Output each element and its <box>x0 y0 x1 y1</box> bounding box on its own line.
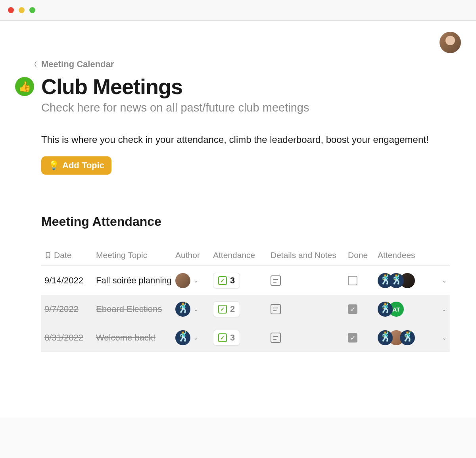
checkmark-icon: ✓ <box>218 305 227 314</box>
checkbox-unchecked[interactable] <box>348 276 357 285</box>
chevron-down-icon: ⌄ <box>194 306 198 312</box>
attendance-count: 3 <box>230 333 235 343</box>
thumbs-up-icon: 👍 <box>15 77 34 96</box>
attendee-avatar <box>378 302 393 317</box>
chevron-down-icon: ⌄ <box>442 277 447 284</box>
window-close-button[interactable] <box>8 7 14 13</box>
cell-done[interactable]: ✓ <box>348 333 378 343</box>
bookmark-icon <box>44 251 52 260</box>
page-title: Club Meetings <box>41 74 182 99</box>
cell-done[interactable] <box>348 276 378 285</box>
add-topic-label: Add Topic <box>62 160 104 171</box>
chevron-left-icon: 〈 <box>30 60 37 69</box>
cell-done[interactable]: ✓ <box>348 304 378 314</box>
table-row[interactable]: 9/7/2022 Eboard Elections ⌄ ✓ 2 ✓ <box>41 295 450 323</box>
title-row: 👍 Club Meetings <box>15 74 461 99</box>
notes-icon <box>271 333 281 343</box>
cell-notes[interactable] <box>271 275 348 286</box>
author-avatar <box>175 302 190 317</box>
cell-date: 8/31/2022 <box>44 333 96 343</box>
cell-author[interactable]: ⌄ <box>175 330 213 345</box>
checkmark-icon: ✓ <box>218 333 227 342</box>
chevron-down-icon: ⌄ <box>442 306 447 312</box>
column-header-topic[interactable]: Meeting Topic <box>96 250 175 260</box>
checkbox-checked[interactable]: ✓ <box>348 304 357 314</box>
cell-author[interactable]: ⌄ <box>175 302 213 317</box>
cell-attendees[interactable]: AT ⌄ <box>378 302 447 317</box>
table-row[interactable]: 9/14/2022 Fall soirée planning ⌄ ✓ 3 <box>41 266 450 295</box>
author-avatar <box>175 330 190 345</box>
column-header-author[interactable]: Author <box>175 250 213 260</box>
add-topic-button[interactable]: 💡 Add Topic <box>41 156 111 175</box>
lightbulb-icon: 💡 <box>48 160 59 171</box>
page-subtitle: Check here for news on all past/future c… <box>41 101 461 114</box>
chevron-down-icon: ⌄ <box>194 277 198 284</box>
table-header-row: Date Meeting Topic Author Attendance Det… <box>41 245 450 266</box>
window-minimize-button[interactable] <box>19 7 25 13</box>
attendee-avatar <box>378 330 393 345</box>
cell-attendees[interactable]: ⌄ <box>378 330 447 345</box>
attendance-count: 2 <box>230 304 235 314</box>
cell-date: 9/7/2022 <box>44 304 96 314</box>
cell-topic: Eboard Elections <box>96 304 175 314</box>
column-header-attendees[interactable]: Attendees <box>378 250 447 260</box>
cell-topic: Welcome back! <box>96 333 175 343</box>
table-row[interactable]: 8/31/2022 Welcome back! ⌄ ✓ 3 ✓ <box>41 323 450 352</box>
cell-attendance[interactable]: ✓ 3 <box>213 330 271 346</box>
column-header-date[interactable]: Date <box>44 250 96 260</box>
window-maximize-button[interactable] <box>29 7 35 13</box>
notes-icon <box>271 304 281 314</box>
top-bar <box>15 29 461 59</box>
section-title: Meeting Attendance <box>41 214 461 229</box>
breadcrumb-label: Meeting Calendar <box>41 59 114 69</box>
cell-date: 9/14/2022 <box>44 275 96 286</box>
cell-notes[interactable] <box>271 304 348 314</box>
page-description: This is where you check in your attendan… <box>41 134 461 145</box>
checkmark-icon: ✓ <box>218 276 227 285</box>
cell-author[interactable]: ⌄ <box>175 273 213 288</box>
cell-notes[interactable] <box>271 333 348 343</box>
column-header-notes[interactable]: Details and Notes <box>271 250 348 260</box>
attendee-avatar <box>389 273 404 288</box>
author-avatar <box>175 273 190 288</box>
cell-attendance[interactable]: ✓ 3 <box>213 273 271 289</box>
user-avatar[interactable] <box>440 32 461 53</box>
attendance-count: 3 <box>230 275 235 286</box>
chevron-down-icon: ⌄ <box>194 335 198 341</box>
cell-topic: Fall soirée planning <box>96 275 175 286</box>
attendance-table: Date Meeting Topic Author Attendance Det… <box>41 245 450 352</box>
column-header-attendance[interactable]: Attendance <box>213 250 271 260</box>
cell-attendees[interactable]: ⌄ <box>378 273 447 288</box>
breadcrumb[interactable]: 〈 Meeting Calendar <box>15 59 461 69</box>
chevron-down-icon: ⌄ <box>442 335 447 341</box>
attendee-avatar <box>400 330 415 345</box>
cell-attendance[interactable]: ✓ 2 <box>213 301 271 317</box>
column-header-done[interactable]: Done <box>348 250 378 260</box>
checkbox-checked[interactable]: ✓ <box>348 333 357 343</box>
notes-icon <box>271 275 281 286</box>
page-content: 〈 Meeting Calendar 👍 Club Meetings Check… <box>0 21 476 418</box>
window-chrome <box>0 0 476 21</box>
